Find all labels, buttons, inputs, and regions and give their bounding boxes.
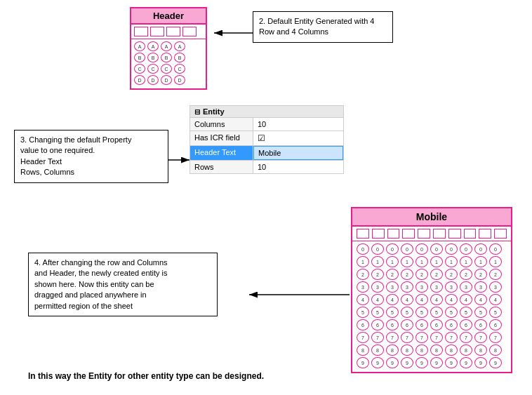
cell: 2 [401,269,413,280]
cell: 1 [401,256,413,267]
cell: 7 [445,332,458,343]
mobile-entity-box: Mobile 0000000000 1111111111 2222222222 [351,207,512,373]
cell: 4 [371,294,384,305]
cell: 3 [401,281,413,293]
cell: 4 [430,294,443,305]
cell: 1 [460,256,472,267]
mobile-col-2 [372,229,385,239]
grid-row-d: D D D D [134,75,203,85]
cell: 0 [386,243,399,255]
mobile-col-7 [448,229,461,239]
panel-value-header-text[interactable]: Mobile [253,146,343,160]
cell: 2 [415,269,428,280]
grid-cell: C [174,64,185,74]
grid-row-c: C C C C [134,64,203,74]
grid-cell: D [174,75,185,85]
cell: 2 [371,269,384,280]
cell: 5 [371,307,384,318]
panel-value-rows: 10 [253,161,343,173]
cell: 3 [357,281,369,293]
cell: 6 [415,319,428,330]
col-cell-2 [150,27,164,36]
grid-cell: C [161,64,172,74]
col-cell-4 [182,27,197,36]
cell: 7 [357,332,369,343]
cell: 0 [474,243,487,255]
grid-cell: B [134,53,145,62]
mobile-col-10 [494,229,507,239]
cell: 4 [489,294,502,305]
cell: 4 [357,294,369,305]
cell: 1 [474,256,487,267]
col-cell-3 [166,27,180,36]
cell: 1 [430,256,443,267]
cell: 8 [415,344,428,356]
grid-cell: D [134,75,145,85]
cell: 3 [489,281,502,293]
cell: 5 [430,307,443,318]
cell: 0 [371,243,384,255]
cell: 2 [430,269,443,280]
header-entity-grid: A A A A B B B B C C C C D D [131,39,206,88]
cell: 3 [460,281,472,293]
mobile-grid-row-5: 5555555555 [357,307,507,318]
cell: 9 [357,357,369,368]
panel-row-rows: Rows 10 [190,161,343,173]
cell: 6 [460,319,472,330]
mobile-grid-row-8: 8888888888 [357,344,507,356]
cell: 7 [415,332,428,343]
callout-3-text: 4. After changing the row and Columnsand… [34,258,168,310]
cell: 9 [401,357,413,368]
cell: 1 [371,256,384,267]
mobile-col-9 [479,229,491,239]
cell: 8 [371,344,384,356]
cell: 6 [489,319,502,330]
grid-cell: B [174,53,185,62]
mobile-grid-row-1: 1111111111 [357,256,507,267]
header-entity-title: Header [131,8,206,25]
mobile-col-6 [433,229,446,239]
cell: 3 [415,281,428,293]
cell: 0 [401,243,413,255]
cell: 9 [460,357,472,368]
cell: 0 [415,243,428,255]
cell: 2 [357,269,369,280]
cell: 4 [460,294,472,305]
grid-cell: A [161,41,172,51]
cell: 8 [401,344,413,356]
property-panel: ⊟ Entity Columns 10 Has ICR field ☑ Head… [189,105,344,174]
cell: 9 [474,357,487,368]
mobile-grid-row-9: 9999999999 [357,357,507,368]
panel-row-header-text[interactable]: Header Text Mobile [190,146,343,161]
panel-label-columns: Columns [190,118,253,130]
panel-value-icr: ☑ [253,131,343,145]
bottom-text-strong: In this way the Entity for other entity … [28,371,264,381]
cell: 4 [401,294,413,305]
cell: 6 [371,319,384,330]
callout-1-text: 2. Default Entity Generated with 4 Row a… [259,17,374,36]
grid-cell: A [134,41,145,51]
cell: 9 [415,357,428,368]
cell: 0 [489,243,502,255]
mobile-col-1 [357,229,369,239]
cell: 5 [460,307,472,318]
grid-cell: B [161,53,172,62]
cell: 9 [430,357,443,368]
header-entity: Header A A A A B B B B C [130,7,207,90]
mobile-grid-row-2: 2222222222 [357,269,507,280]
cell: 6 [386,319,399,330]
cell: 0 [460,243,472,255]
cell: 7 [474,332,487,343]
cell: 7 [371,332,384,343]
mobile-grid-row-0: 0000000000 [357,243,507,255]
grid-cell: D [147,75,159,85]
callout-2-text: 3. Changing the default Propertyvalue to… [20,135,131,176]
panel-label-rows: Rows [190,161,253,173]
header-entity-cols [131,25,206,39]
cell: 6 [401,319,413,330]
cell: 4 [386,294,399,305]
panel-value-columns: 10 [253,118,343,130]
cell: 3 [445,281,458,293]
cell: 3 [386,281,399,293]
grid-cell: B [147,53,159,62]
